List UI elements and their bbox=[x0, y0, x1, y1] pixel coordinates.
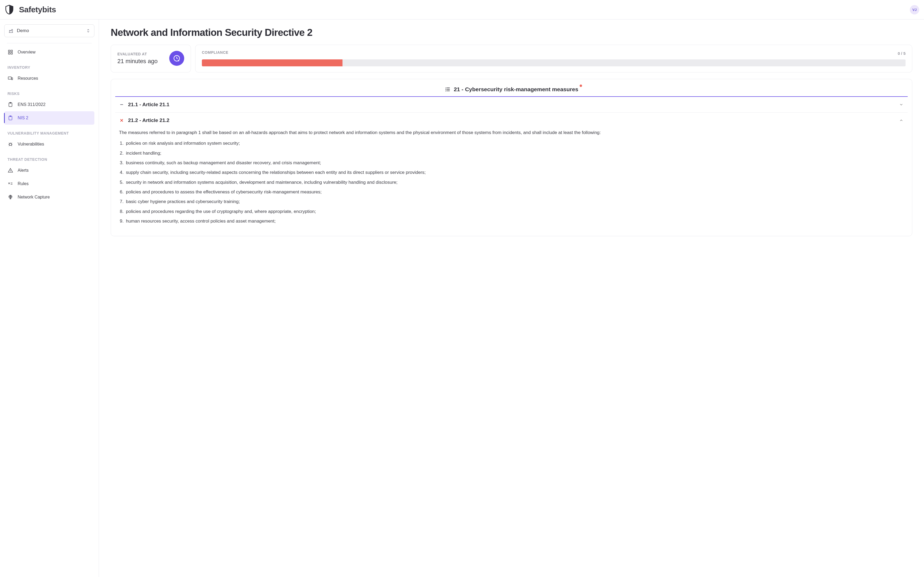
bug-icon bbox=[8, 141, 13, 147]
factory-icon bbox=[8, 28, 14, 34]
chevron-up-icon bbox=[899, 118, 903, 122]
article-title: 21.1 - Article 21.1 bbox=[128, 102, 895, 108]
workspace-selector[interactable]: Demo bbox=[4, 24, 94, 37]
brand[interactable]: Safetybits bbox=[4, 4, 56, 15]
compliance-progress bbox=[202, 60, 906, 66]
section-title: 21 - Cybersecurity risk-management measu… bbox=[454, 86, 578, 92]
article-body: The measures referred to in paragraph 1 … bbox=[115, 128, 908, 229]
svg-rect-0 bbox=[8, 50, 10, 52]
article-list-item: business continuity, such as backup mana… bbox=[125, 160, 904, 166]
alert-icon bbox=[8, 168, 13, 173]
article-21-1: 21.1 - Article 21.1 bbox=[115, 97, 908, 113]
grid-icon bbox=[8, 49, 13, 55]
sidebar-item-label: ENS 311/2022 bbox=[18, 102, 45, 107]
svg-point-10 bbox=[10, 143, 11, 145]
avatar[interactable]: VJ bbox=[910, 5, 919, 15]
x-icon bbox=[119, 118, 124, 123]
compliance-progress-fill bbox=[202, 60, 342, 66]
article-list-item: basic cyber hygiene practices and cybers… bbox=[125, 198, 904, 205]
sidebar-item-nis2[interactable]: NIS 2 bbox=[4, 111, 94, 125]
sidebar-item-alerts[interactable]: Alerts bbox=[4, 164, 94, 177]
svg-rect-1 bbox=[11, 50, 13, 52]
shield-icon bbox=[4, 4, 15, 15]
article-toggle[interactable]: 21.2 - Article 21.2 bbox=[115, 113, 908, 128]
workspace-label: Demo bbox=[17, 28, 84, 34]
sidebar-item-label: Alerts bbox=[18, 168, 29, 173]
article-list: policies on risk analysis and informatio… bbox=[119, 140, 904, 225]
sidebar-item-label: Vulnerabilities bbox=[18, 142, 44, 147]
sidebar-item-resources[interactable]: Resources bbox=[4, 72, 94, 85]
chevron-down-icon bbox=[899, 102, 903, 107]
devices-icon bbox=[8, 76, 13, 81]
sidebar-item-ens[interactable]: ENS 311/2022 bbox=[4, 98, 94, 111]
sidebar: Demo Overview INVENTORY Resources RISKS … bbox=[0, 19, 99, 577]
article-list-item: policies on risk analysis and informatio… bbox=[125, 140, 904, 147]
sidebar-heading-risks: RISKS bbox=[4, 85, 94, 98]
updown-icon bbox=[87, 29, 90, 33]
sidebar-item-label: Resources bbox=[18, 76, 38, 81]
status-dot-icon bbox=[580, 85, 582, 87]
minus-icon bbox=[119, 102, 124, 107]
article-list-item: security in network and information syst… bbox=[125, 179, 904, 186]
sidebar-heading-inventory: INVENTORY bbox=[4, 59, 94, 72]
svg-rect-2 bbox=[8, 53, 10, 54]
refresh-button[interactable] bbox=[169, 51, 184, 66]
sidebar-item-vulnerabilities[interactable]: Vulnerabilities bbox=[4, 137, 94, 151]
article-list-item: incident handling; bbox=[125, 150, 904, 157]
section-header: 21 - Cybersecurity risk-management measu… bbox=[115, 84, 908, 96]
article-title: 21.2 - Article 21.2 bbox=[128, 118, 895, 123]
article-toggle[interactable]: 21.1 - Article 21.1 bbox=[115, 97, 908, 112]
sidebar-item-netcap[interactable]: Network Capture bbox=[4, 190, 94, 204]
evaluated-value: 21 minutes ago bbox=[117, 58, 157, 65]
brand-name: Safetybits bbox=[19, 5, 56, 14]
globe-icon bbox=[8, 194, 13, 200]
sidebar-heading-threat: THREAT DETECTION bbox=[4, 151, 94, 164]
sidebar-item-rules[interactable]: Rules bbox=[4, 177, 94, 190]
clipboard-icon bbox=[8, 115, 13, 121]
compliance-label: COMPLIANCE bbox=[202, 50, 228, 55]
svg-rect-4 bbox=[8, 77, 11, 79]
evaluated-label: EVALUATED AT bbox=[117, 52, 157, 56]
rules-icon bbox=[8, 181, 13, 187]
article-list-item: policies and procedures to assess the ef… bbox=[125, 189, 904, 195]
sidebar-item-label: Rules bbox=[18, 181, 29, 186]
article-21-2: 21.2 - Article 21.2 The measures referre… bbox=[115, 113, 908, 229]
compliance-card: COMPLIANCE 0 / 5 bbox=[195, 45, 912, 73]
article-list-item: policies and procedures regarding the us… bbox=[125, 208, 904, 215]
checklist-icon bbox=[445, 86, 450, 92]
compliance-count: 0 / 5 bbox=[898, 51, 906, 56]
evaluated-card: EVALUATED AT 21 minutes ago bbox=[111, 45, 191, 73]
article-list-item: human resources security, access control… bbox=[125, 218, 904, 225]
sidebar-item-label: Network Capture bbox=[18, 195, 50, 200]
section-card: 21 - Cybersecurity risk-management measu… bbox=[111, 79, 912, 236]
svg-rect-5 bbox=[11, 78, 13, 80]
refresh-icon bbox=[173, 55, 180, 62]
sidebar-item-label: NIS 2 bbox=[18, 116, 28, 120]
app-header: Safetybits VJ bbox=[0, 0, 924, 19]
sidebar-heading-vuln: VULNERABILITY MANAGEMENT bbox=[4, 125, 94, 137]
article-list-item: supply chain security, including securit… bbox=[125, 169, 904, 176]
sidebar-item-label: Overview bbox=[18, 50, 35, 55]
svg-rect-3 bbox=[11, 53, 13, 54]
clipboard-icon bbox=[8, 102, 13, 108]
page-title: Network and Information Security Directi… bbox=[111, 27, 912, 38]
sidebar-item-overview[interactable]: Overview bbox=[4, 45, 94, 59]
main-content: Network and Information Security Directi… bbox=[99, 19, 924, 577]
article-intro: The measures referred to in paragraph 1 … bbox=[119, 129, 904, 136]
